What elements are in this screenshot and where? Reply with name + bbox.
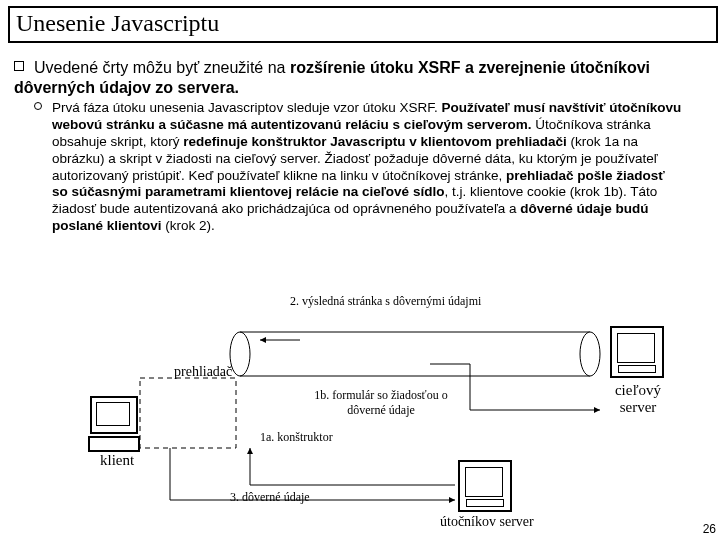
label-utocnikov-server: útočníkov server — [440, 514, 534, 530]
label-step3: 3. dôverné údaje — [230, 490, 310, 505]
label-step2: 2. výsledná stránka s dôvernými údajmi — [290, 294, 481, 309]
svg-point-3 — [580, 332, 600, 376]
client-pc-icon — [90, 396, 140, 452]
square-bullet-icon — [14, 61, 24, 71]
attack-diagram: 2. výsledná stránka s dôvernými údajmi p… — [0, 290, 720, 530]
bullet-level1: Uvedené črty môžu byť zneužité na rozšír… — [14, 58, 704, 98]
svg-point-0 — [230, 332, 250, 376]
slide: Unesenie Javascriptu Uvedené črty môžu b… — [0, 0, 720, 540]
slide-title: Unesenie Javascriptu — [8, 6, 718, 43]
bullet-level2: Prvá fáza útoku unesenia Javascriptov sl… — [52, 100, 700, 235]
circle-bullet-icon — [34, 102, 42, 110]
page-number: 26 — [703, 522, 716, 536]
bullet2-text: Prvá fáza útoku unesenia Javascriptov sl… — [52, 100, 684, 235]
attacker-server-icon — [458, 460, 512, 512]
svg-rect-5 — [140, 378, 236, 448]
bullet1-text: Uvedené črty môžu byť zneužité na rozšír… — [14, 59, 650, 96]
label-step1a: 1a. konštruktor — [260, 430, 333, 445]
label-prehliadac: prehliadač — [174, 364, 232, 380]
label-step1b: 1b. formulár so žiadosťou o dôverné údaj… — [296, 388, 466, 418]
label-klient: klient — [100, 452, 134, 469]
label-cielovy-server: cieľový server — [608, 382, 668, 416]
target-server-icon — [610, 326, 664, 378]
